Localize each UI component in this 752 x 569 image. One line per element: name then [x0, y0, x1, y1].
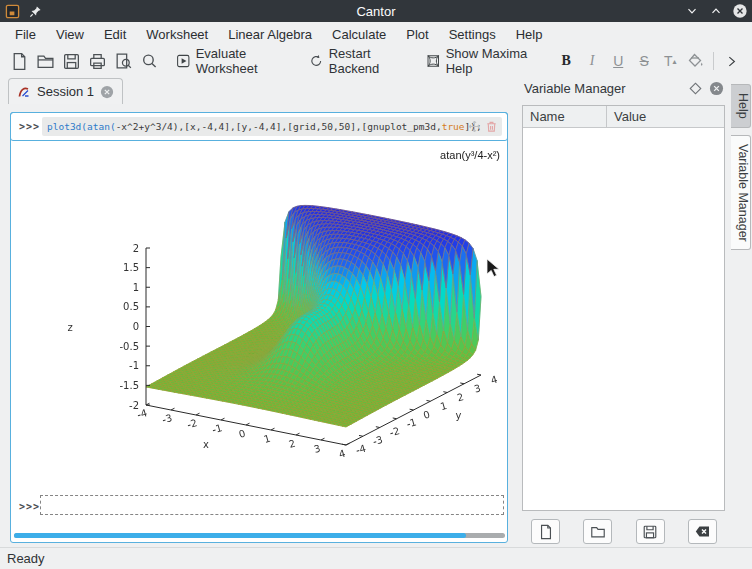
- new-variable-button[interactable]: [531, 519, 560, 544]
- close-panel-icon[interactable]: [709, 81, 724, 96]
- minimize-button[interactable]: [683, 3, 700, 20]
- font-size-button[interactable]: T▴: [657, 48, 683, 74]
- text-color-button[interactable]: [683, 48, 709, 74]
- variable-table-header: Name Value: [523, 106, 724, 128]
- chevron-up-icon: [709, 4, 723, 18]
- plot-result: atan(y³/4-x²): [56, 140, 506, 474]
- float-panel-icon[interactable]: [689, 82, 702, 95]
- clear-variables-button[interactable]: [688, 519, 717, 544]
- menu-item-plot[interactable]: Plot: [396, 24, 438, 45]
- command-segment: -x^2+y^3/4),[x,-4,4],[y,-4,4],[grid,50,5…: [116, 121, 442, 132]
- menu-item-worksheet[interactable]: Worksheet: [136, 24, 218, 45]
- command-segment: plot3d(atan(: [47, 121, 116, 132]
- new-worksheet-button[interactable]: [6, 48, 32, 74]
- scrollbar-handle[interactable]: [14, 533, 466, 538]
- statusbar: Ready: [0, 547, 752, 569]
- document-new-icon: [10, 52, 29, 71]
- plot-title: atan(y³/4-x²): [440, 149, 500, 161]
- search-icon: [140, 52, 159, 71]
- command-entry-empty[interactable]: [40, 495, 504, 515]
- command-text: plot3d(atan(-x^2+y^3/4),[x,-4,4],[y,-4,4…: [47, 121, 482, 132]
- maximize-button[interactable]: [707, 3, 724, 20]
- chevron-right-icon: [725, 55, 738, 68]
- variable-manager-panel: Variable Manager Name Value: [518, 78, 730, 545]
- next-command-prompt: >>>: [19, 501, 40, 512]
- menu-item-help[interactable]: Help: [506, 24, 553, 45]
- document-new-icon: [538, 524, 554, 540]
- variable-manager-header: Variable Manager: [518, 78, 730, 100]
- command-input[interactable]: plot3d(atan(-x^2+y^3/4),[x,-4,4],[y,-4,4…: [42, 117, 502, 136]
- evaluate-worksheet-label: Evaluate Worksheet: [196, 46, 290, 76]
- open-button[interactable]: [32, 48, 58, 74]
- cantor-window: Cantor File View Edit Worksheet Linear A…: [0, 0, 752, 569]
- bold-button[interactable]: B: [553, 48, 579, 74]
- find-button[interactable]: [136, 48, 162, 74]
- window-title: Cantor: [0, 4, 752, 19]
- folder-open-icon: [36, 52, 55, 71]
- plot3d-canvas: [56, 140, 506, 474]
- save-icon: [62, 52, 81, 71]
- menu-item-file[interactable]: File: [5, 24, 46, 45]
- side-tab-strip: Help Variable Manager: [731, 84, 751, 250]
- restart-backend-label: Restart Backend: [329, 46, 406, 76]
- edit-clear-icon: [694, 523, 711, 540]
- command-entry-active[interactable]: >>> plot3d(atan(-x^2+y^3/4),[x,-4,4],[y,…: [10, 112, 508, 141]
- titlebar: Cantor: [0, 0, 752, 22]
- variable-manager-toolbar: [518, 519, 730, 545]
- status-text: Ready: [7, 551, 45, 566]
- toolbar-overflow-button[interactable]: [718, 48, 744, 74]
- menu-item-calculate[interactable]: Calculate: [322, 24, 396, 45]
- menubar: File View Edit Worksheet Linear Algebra …: [0, 22, 752, 46]
- side-tab-variable-manager[interactable]: Variable Manager: [731, 135, 751, 251]
- tab-session-1[interactable]: Session 1: [8, 78, 123, 104]
- underline-button[interactable]: U: [605, 48, 631, 74]
- menu-item-view[interactable]: View: [46, 24, 94, 45]
- variable-manager-title: Variable Manager: [524, 81, 626, 96]
- strikethrough-button[interactable]: S: [631, 48, 657, 74]
- horizontal-scrollbar[interactable]: [14, 533, 505, 538]
- tab-session-label: Session 1: [37, 84, 94, 99]
- window-controls: [683, 0, 748, 22]
- session-icon: [17, 85, 31, 99]
- save-icon: [642, 524, 658, 540]
- folder-open-icon: [590, 524, 606, 540]
- column-header-value[interactable]: Value: [607, 106, 724, 127]
- menu-item-settings[interactable]: Settings: [439, 24, 506, 45]
- evaluate-worksheet-button[interactable]: Evaluate Worksheet: [170, 48, 295, 74]
- print-icon: [88, 52, 107, 71]
- delete-entry-icon[interactable]: [485, 120, 498, 133]
- show-maxima-help-button[interactable]: Show Maxima Help: [420, 48, 542, 74]
- tab-close-icon[interactable]: [100, 85, 114, 99]
- font-size-glyph: T: [664, 53, 673, 69]
- close-button[interactable]: [731, 3, 748, 20]
- tabbar: Session 1: [0, 76, 516, 104]
- variable-table: Name Value: [522, 105, 725, 511]
- maxima-help-icon: [426, 52, 441, 70]
- menu-item-edit[interactable]: Edit: [94, 24, 136, 45]
- side-tab-help[interactable]: Help: [731, 84, 751, 128]
- restart-backend-button[interactable]: Restart Backend: [303, 48, 412, 74]
- close-icon: [732, 3, 748, 19]
- color-fill-icon: [687, 52, 705, 70]
- font-size-arrow: ▴: [672, 57, 676, 66]
- show-maxima-help-label: Show Maxima Help: [446, 46, 536, 76]
- toolbar: Evaluate Worksheet Restart Backend Show …: [0, 46, 752, 76]
- print-preview-button[interactable]: [110, 48, 136, 74]
- entry-actions: [468, 120, 498, 133]
- worksheet-view[interactable]: >>> plot3d(atan(-x^2+y^3/4),[x,-4,4],[y,…: [10, 112, 508, 543]
- toolbar-separator: [713, 52, 714, 70]
- print-button[interactable]: [84, 48, 110, 74]
- restart-icon: [309, 52, 323, 70]
- load-variables-button[interactable]: [583, 519, 612, 544]
- drag-handle-icon[interactable]: [468, 120, 481, 133]
- command-prompt: >>>: [19, 121, 40, 132]
- menu-item-linear-algebra[interactable]: Linear Algebra: [218, 24, 322, 45]
- chevron-down-icon: [685, 4, 699, 18]
- command-segment: true: [442, 121, 465, 132]
- column-header-name[interactable]: Name: [523, 106, 607, 127]
- italic-button[interactable]: I: [579, 48, 605, 74]
- save-variables-button[interactable]: [636, 519, 665, 544]
- print-preview-icon: [114, 52, 133, 71]
- save-button[interactable]: [58, 48, 84, 74]
- run-icon: [176, 52, 191, 70]
